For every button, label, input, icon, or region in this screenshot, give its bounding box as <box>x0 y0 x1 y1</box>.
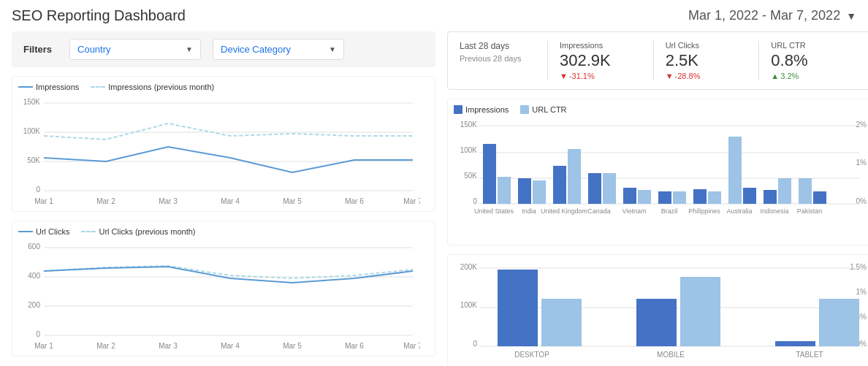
device-chart: 200K 100K 0 1.5% 1% 0.5% 0% <box>447 254 868 366</box>
impressions-svg: 150K 100K 50K 0 Mar 1 Mar 2 Ma <box>18 96 420 205</box>
svg-text:1%: 1% <box>856 159 867 167</box>
date-chevron-icon[interactable]: ▼ <box>846 10 856 22</box>
country-dropdown-arrow: ▼ <box>186 45 193 53</box>
svg-text:1%: 1% <box>856 288 867 296</box>
urlclicks-legend: Url Clicks Url Clicks (previous month) <box>18 227 429 236</box>
svg-rect-48 <box>603 173 616 204</box>
svg-rect-47 <box>588 173 601 204</box>
urlclicks-prev-legend-item: Url Clicks (previous month) <box>81 227 195 236</box>
device-bar-svg: 200K 100K 0 1.5% 1% 0.5% 0% <box>454 261 868 366</box>
svg-text:Mar 6: Mar 6 <box>345 342 364 350</box>
impressions-chart: Impressions Impressions (previous month)… <box>12 76 435 212</box>
urlctr-bar-icon <box>520 105 529 114</box>
svg-text:Mar 5: Mar 5 <box>283 342 302 350</box>
svg-rect-54 <box>708 191 721 204</box>
country-impressions-legend: Impressions <box>454 105 509 114</box>
svg-text:1.5%: 1.5% <box>850 263 867 271</box>
filters-section: Filters Country ▼ Device Category ▼ <box>12 31 435 67</box>
svg-text:Vietnam: Vietnam <box>623 207 647 215</box>
svg-text:Canada: Canada <box>587 207 611 215</box>
urlclicks-legend-item: Url Clicks <box>18 227 69 236</box>
urlclicks-line-icon <box>18 231 33 232</box>
svg-text:Mar 7: Mar 7 <box>403 197 420 205</box>
svg-rect-43 <box>518 178 531 204</box>
svg-text:Mar 2: Mar 2 <box>96 197 115 205</box>
urlctr-stat-value: 0.8% <box>771 51 853 70</box>
stat-urlctr: URL CTR 0.8% 3.2% <box>758 41 864 80</box>
svg-text:United States: United States <box>474 207 514 215</box>
urlclicks-prev-line-icon <box>81 231 96 232</box>
svg-text:Pakistan: Pakistan <box>797 207 823 215</box>
svg-text:400: 400 <box>28 272 40 280</box>
impressions-prev-legend-label: Impressions (previous month) <box>108 83 214 91</box>
filters-label: Filters <box>23 44 52 55</box>
svg-text:50K: 50K <box>464 172 477 180</box>
svg-text:MOBILE: MOBILE <box>657 351 685 359</box>
country-legend: Impressions URL CTR <box>454 105 868 114</box>
stat-impressions: Impressions 302.9K -31.1% <box>547 41 653 80</box>
left-panel: Filters Country ▼ Device Category ▼ Impr… <box>12 31 435 366</box>
impressions-legend: Impressions Impressions (previous month) <box>18 83 429 91</box>
svg-rect-85 <box>775 341 815 346</box>
svg-rect-46 <box>568 149 581 204</box>
svg-rect-84 <box>680 277 720 346</box>
impressions-legend-item: Impressions <box>18 83 79 91</box>
urlctr-up-arrow <box>771 72 780 80</box>
urlclicks-svg: 600 400 200 0 Mar 1 Mar 2 Mar 3 Mar 4 <box>18 240 420 350</box>
svg-rect-57 <box>764 190 777 204</box>
country-bar-svg: 150K 100K 50K 0 2% 1% 0% <box>454 118 868 239</box>
svg-rect-86 <box>819 299 859 346</box>
svg-text:Mar 4: Mar 4 <box>221 342 240 350</box>
country-filter[interactable]: Country ▼ <box>69 39 201 60</box>
urlctr-stat-label: URL CTR <box>771 41 853 50</box>
impressions-line-icon <box>18 86 33 88</box>
svg-text:Mar 7: Mar 7 <box>403 342 420 350</box>
stats-card: Last 28 days Previous 28 days Impression… <box>447 31 868 90</box>
svg-text:600: 600 <box>28 243 40 251</box>
svg-rect-45 <box>553 166 566 204</box>
svg-text:TABLET: TABLET <box>796 351 823 359</box>
svg-rect-59 <box>799 178 812 204</box>
device-dropdown-arrow: ▼ <box>329 45 336 53</box>
impressions-stat-change: -31.1% <box>560 72 642 80</box>
impressions-bar-icon <box>454 105 462 114</box>
svg-text:0: 0 <box>36 186 40 194</box>
header: SEO Reporting Dashboard Mar 1, 2022 - Ma… <box>12 7 856 24</box>
svg-rect-50 <box>638 190 651 204</box>
svg-text:India: India <box>522 207 536 215</box>
stat-urlclicks: Url Clicks 2.5K -28.8% <box>653 41 759 80</box>
svg-text:Indonesia: Indonesia <box>760 207 788 215</box>
impressions-stat-value: 302.9K <box>560 51 642 70</box>
svg-rect-51 <box>658 191 671 204</box>
svg-rect-82 <box>541 299 582 346</box>
svg-text:200: 200 <box>28 301 40 309</box>
urlclicks-stat-change: -28.8% <box>666 72 747 80</box>
device-category-filter[interactable]: Device Category ▼ <box>213 39 344 60</box>
urlclicks-prev-legend-label: Url Clicks (previous month) <box>99 227 195 236</box>
impressions-stat-label: Impressions <box>560 41 642 50</box>
svg-text:150K: 150K <box>460 121 478 129</box>
svg-rect-58 <box>778 178 791 204</box>
country-chart: Impressions URL CTR 150K 100K 50K 0 2% 1… <box>447 99 868 245</box>
svg-rect-44 <box>533 180 546 204</box>
svg-text:Australia: Australia <box>726 207 752 215</box>
svg-rect-83 <box>636 299 677 346</box>
impressions-down-arrow <box>560 72 569 80</box>
svg-rect-81 <box>498 270 538 346</box>
svg-text:50K: 50K <box>27 156 40 164</box>
svg-text:Mar 2: Mar 2 <box>96 342 115 350</box>
urlclicks-chart: Url Clicks Url Clicks (previous month) 6… <box>12 221 435 357</box>
country-urlctr-legend: URL CTR <box>520 105 566 114</box>
svg-text:200K: 200K <box>460 263 478 271</box>
svg-rect-55 <box>728 137 742 204</box>
svg-rect-56 <box>743 188 756 204</box>
svg-rect-60 <box>813 191 826 204</box>
svg-text:Mar 6: Mar 6 <box>345 197 364 205</box>
impressions-prev-legend-item: Impressions (previous month) <box>91 83 214 91</box>
svg-rect-41 <box>483 144 496 204</box>
urlclicks-down-arrow <box>666 72 675 80</box>
svg-text:100K: 100K <box>460 146 478 154</box>
svg-text:2%: 2% <box>856 121 867 129</box>
svg-text:150K: 150K <box>23 98 41 106</box>
dashboard: SEO Reporting Dashboard Mar 1, 2022 - Ma… <box>0 0 868 366</box>
